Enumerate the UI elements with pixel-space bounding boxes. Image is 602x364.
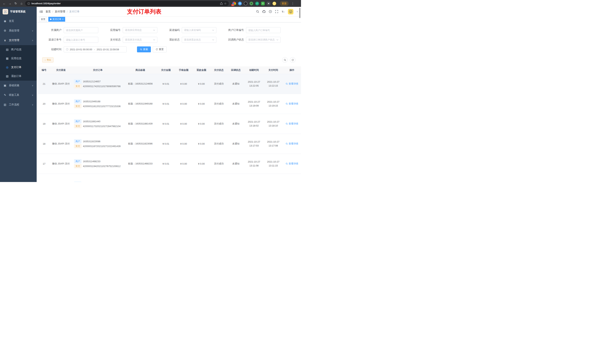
cell-title: 标题：1635311949168 (124, 94, 157, 114)
date-start: 2021-10-01 00:00:00 (70, 48, 92, 51)
refresh-table-button[interactable] (290, 57, 295, 63)
merchant-tag: 商户 (74, 159, 81, 163)
sidebar-item-workflow[interactable]: ▥ 工作流程 ∨ (0, 100, 37, 110)
fullscreen-icon[interactable] (275, 10, 278, 13)
merchant-tag: 商户 (74, 139, 81, 143)
browser-profile-avatar[interactable]: 😊 (272, 2, 276, 5)
close-icon[interactable]: × (62, 18, 64, 21)
hamburger-icon[interactable] (40, 10, 43, 13)
page-scrollbar[interactable] (299, 8, 301, 18)
breadcrumb-home[interactable]: 首页 (45, 10, 51, 13)
sidebar-item-payment[interactable]: ¥ 支付管理 ∧ (0, 35, 37, 45)
extension-icon-dark-ring[interactable] (244, 2, 247, 5)
extensions-area: 10 ✓ ☰ 😊 (232, 2, 276, 5)
cell-create-time: 2021-10-2713:19:09 (244, 94, 264, 114)
chrome-update-button[interactable]: 更新 (280, 1, 289, 6)
svg-text:T: T (283, 11, 284, 13)
pay-tag: 支付 (74, 84, 81, 88)
help-icon[interactable]: ? (269, 10, 272, 13)
view-detail-link[interactable]: 查看详情 (286, 142, 298, 145)
bookmark-star-icon[interactable]: ☆ (224, 2, 226, 5)
download-icon: ↓ (45, 59, 46, 61)
cell-amount: ¥ 0.01 (157, 74, 175, 94)
view-detail-link[interactable]: 查看详情 (286, 82, 298, 85)
cell-create-time: 2021-10-2713:22:05 (244, 74, 264, 94)
pay-tag: 支付 (74, 164, 81, 168)
pay-status-select[interactable]: 请选择支付状态 (123, 37, 157, 43)
channel-code-select[interactable]: 请输入渠道编码 (182, 27, 216, 33)
view-detail-link[interactable]: 查看详情 (286, 162, 298, 165)
merchant-order-no-input[interactable] (246, 27, 281, 33)
sidebar-item-home[interactable]: ◉ 首页 (0, 16, 37, 26)
sidebar-item-pay-order[interactable]: ◎ 支付订单 (0, 63, 37, 72)
address-bar[interactable]: localhost:1024/pay/order ☆ (25, 1, 229, 6)
search-icon[interactable] (256, 10, 259, 13)
sidebar-item-refund-order[interactable]: ▧ 退款订单 (0, 72, 37, 81)
filter-create-time: 创建时间 2021-10-01 00:00:00 - 2021-10-31 23… (42, 46, 127, 52)
date-range-input[interactable]: 2021-10-01 00:00:00 - 2021-10-31 23:59:5… (64, 46, 127, 52)
export-button[interactable]: ↓ 导出 (42, 57, 54, 62)
home-icon[interactable]: ⌂ (20, 2, 23, 5)
breadcrumb-payment[interactable]: 支付管理 (55, 10, 65, 13)
magnifier-icon (286, 123, 288, 125)
extension-icon-colorful[interactable]: 10 (232, 2, 236, 5)
cell-channel: 微信 JSAPI 支付 (50, 154, 72, 174)
pay-tag: 支付 (74, 104, 81, 108)
page-title-annotation: 支付订单列表 (127, 8, 161, 16)
app-id-select[interactable]: 请选择应用信息 (123, 27, 157, 33)
refund-status-select[interactable]: 请选择退款状态 (182, 37, 216, 43)
cell-action: 查看详情 (283, 94, 301, 114)
sidebar-item-infrastructure[interactable]: ▣ 基础设施 ∨ (0, 81, 37, 90)
site-info-icon[interactable] (27, 2, 30, 5)
cell-id: 18 (38, 134, 50, 154)
browser-menu-icon[interactable]: ⋮ (291, 2, 294, 5)
column-header-4: 支付金额 (157, 66, 175, 74)
toggle-search-button[interactable] (282, 57, 288, 63)
extension-icon-pin[interactable] (267, 2, 270, 5)
font-size-icon[interactable]: TT (281, 10, 285, 13)
cell-create-time: 2021-10-2713:11:08 (244, 154, 264, 174)
tab-home[interactable]: 首页 (39, 17, 47, 22)
back-icon[interactable]: ← (2, 2, 6, 5)
forward-icon[interactable]: → (8, 2, 12, 5)
reload-icon[interactable]: ↻ (14, 2, 18, 5)
extension-icon-drop[interactable] (238, 2, 242, 5)
browser-chrome: ← → ↻ ⌂ localhost:1024/pay/order ☆ 10 ✓ … (0, 0, 301, 7)
chevron-down-icon (212, 30, 214, 31)
cell-refund: ¥ 0.00 (193, 94, 210, 114)
page-content: 所属商户 应用编号 请选择应用信息 渠道编码 请输入渠道编码 (37, 22, 301, 182)
user-avatar[interactable]: 😜 (288, 9, 293, 14)
view-detail-link[interactable]: 查看详情 (286, 102, 298, 105)
cell-amount: ¥ 0.01 (157, 94, 175, 114)
magnifier-icon (284, 59, 286, 61)
extension-icon-chat[interactable]: ☰ (261, 2, 265, 5)
sidebar-item-dev-tools[interactable]: ✎ 研发工具 ∨ (0, 90, 37, 100)
channel-order-no: 4200001167202110271022491439 (83, 145, 120, 148)
cell-channel: 微信 JSAPI 支付 (50, 134, 72, 154)
extension-icon-green[interactable] (249, 2, 253, 5)
channel-order-no-input[interactable] (64, 37, 98, 43)
merchant-input[interactable] (64, 27, 98, 33)
sidebar-item-merchant-info[interactable]: ▤ 商户信息 (0, 45, 37, 54)
filter-merchant: 所属商户 (42, 27, 98, 33)
cell-refund: ¥ 0.00 (193, 114, 210, 134)
cell-notify: 未通知 (227, 114, 244, 134)
tab-pay-order[interactable]: 支付订单 × (48, 17, 65, 22)
reset-button[interactable]: 重置 (153, 46, 167, 52)
extension-icon-check[interactable]: ✓ (255, 2, 259, 5)
column-header-9: 创建时间 (244, 66, 264, 74)
search-button[interactable]: 搜索 (137, 46, 151, 52)
sidebar-item-app-info[interactable]: ▦ 应用信息 (0, 54, 37, 63)
github-icon[interactable] (262, 10, 266, 13)
table-row: 商户1635311457967 (38, 174, 301, 182)
share-icon[interactable] (220, 2, 223, 5)
cell-amount: ¥ 0.01 (157, 114, 175, 134)
table-body: 21微信 JSAPI 支付商户1635312124657支付4200001174… (38, 74, 301, 182)
sidebar-item-system[interactable]: ⚙ 系统管理 ∨ (0, 26, 37, 35)
cell-action: 查看详情 (283, 114, 301, 134)
avatar-caret-icon[interactable]: ∨ (297, 10, 298, 13)
view-detail-link[interactable]: 查看详情 (286, 122, 298, 125)
payment-submenu: ▤ 商户信息 ▦ 应用信息 ◎ 支付订单 ▧ 退款订单 (0, 45, 37, 81)
notify-status-select[interactable]: 请选择订单回调商户状态 (246, 37, 281, 43)
clock-icon (66, 48, 68, 51)
